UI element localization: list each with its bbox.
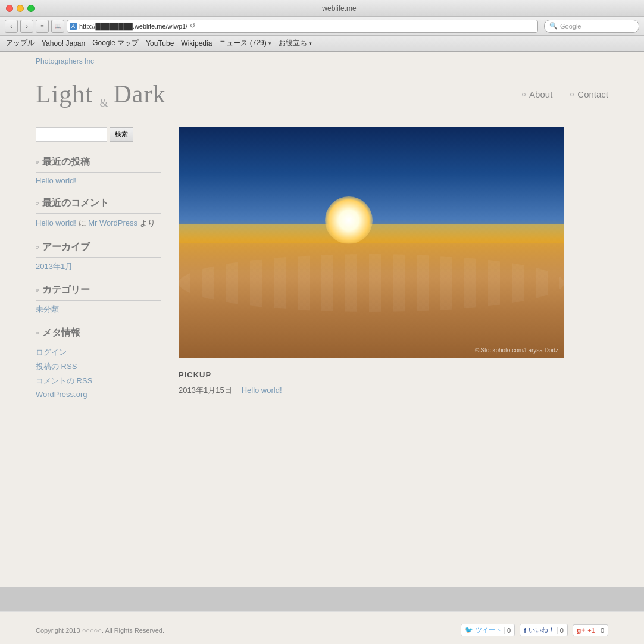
tweet-label: ツイート [476,626,502,634]
sidebar-archives: アーカイブ 2013年1月 [36,241,161,272]
refresh-button[interactable]: ↺ [190,22,195,30]
search-submit-button[interactable]: 検索 [110,127,133,142]
search-icon: 🔍 [549,22,558,30]
favicon: A [70,23,77,30]
footer-social: 🐦 ツイート 0 f いいね！ 0 g+ +1 0 [461,624,608,636]
bookmark-wikipedia[interactable]: Wikipedia [181,39,212,48]
chevron-down-icon: ▾ [268,40,271,46]
nav-dot-contact [570,93,574,96]
reader-button[interactable]: ≡ [36,20,49,33]
facebook-icon: f [524,627,526,634]
browser-chrome: weblife.me ‹ › ≡ 📖 A http://████████.web… [0,0,644,52]
title-bar: weblife.me [0,0,644,17]
bookmark-youtube[interactable]: YouTube [146,39,174,48]
like-button[interactable]: f いいね！ 0 [520,624,568,636]
site-header: Light & Dark About Contact [0,68,644,127]
meta-title: メタ情報 [36,327,161,343]
plus-count: 0 [598,627,604,634]
recent-posts-title: 最近の投稿 [36,156,161,173]
archives-title: アーカイブ [36,241,161,258]
nav-dot-about [522,93,526,96]
meta-link-rss-posts[interactable]: 投稿の RSS [36,361,161,372]
sidebar-categories: カテゴリー 未分類 [36,284,161,315]
bookmark-apple[interactable]: アップル [6,38,35,48]
bookmark-yahoo[interactable]: Yahoo! Japan [42,39,85,48]
page-wrapper: Photographers Inc Light & Dark About Con… [0,52,644,587]
meta-link-rss-comments[interactable]: コメントの RSS [36,376,161,386]
forward-button[interactable]: › [20,20,33,33]
window-title: weblife.me [40,4,638,12]
close-button[interactable] [6,5,13,12]
search-widget: 検索 [36,127,161,142]
image-credit: ©iStockphoto.com/Larysa Dodz [475,347,558,354]
maximize-button[interactable] [27,5,35,12]
tweet-count: 0 [504,627,511,634]
section-dot [36,246,39,249]
plus-button[interactable]: g+ +1 0 [573,624,608,636]
section-dot [36,161,39,164]
back-button[interactable]: ‹ [5,20,18,33]
sidebar-recent-comments: 最近のコメント Hello world! に Mr WordPress より [36,197,161,230]
traffic-lights [6,5,35,12]
footer-copyright: Copyright 2013 ○○○○○. All Rights Reserve… [36,627,164,634]
site-title: Light & Dark [36,80,165,110]
comment-text: Hello world! に Mr WordPress より [36,217,161,230]
plus-label: +1 [587,627,595,634]
post-row: 2013年1月15日 Hello world! [179,385,608,396]
section-dot [36,332,39,334]
footer: Copyright 2013 ○○○○○. All Rights Reserve… [0,611,644,644]
bookmark-useful[interactable]: お役立ち ▾ [279,38,312,48]
nav-about[interactable]: About [522,89,552,99]
archive-link-1[interactable]: 2013年1月 [36,261,161,272]
address-text: http://████████.weblife.me/wlwp1/ [79,23,187,30]
address-bar[interactable]: A http://████████.weblife.me/wlwp1/ ↺ [67,20,538,33]
pickup-label: PICKUP [179,370,608,379]
search-placeholder: Google [560,23,581,30]
bookmark-news[interactable]: ニュース (729) ▾ [219,38,271,48]
chevron-down-icon: ▾ [309,40,312,46]
photographers-inc-link[interactable]: Photographers Inc [36,57,94,65]
sidebar: 検索 最近の投稿 Hello world! 最近のコメント Hello worl… [36,127,161,411]
nav-bar: ‹ › ≡ 📖 A http://████████.weblife.me/wlw… [0,17,644,36]
recent-comments-title: 最近のコメント [36,197,161,214]
bookmarks-bar: アップル Yahoo! Japan Google マップ YouTube Wik… [0,36,644,51]
search-input[interactable] [36,127,107,142]
meta-link-wordpress[interactable]: WordPress.org [36,390,161,399]
minimize-button[interactable] [17,5,24,12]
meta-link-login[interactable]: ログイン [36,347,161,358]
title-part1: Light [36,80,93,108]
comment-post-link[interactable]: Hello world! [36,218,76,227]
comment-author-link[interactable]: Mr WordPress [88,218,137,227]
section-dot [36,202,39,205]
post-date: 2013年1月15日 [179,385,232,396]
like-label: いいね！ [529,626,555,634]
sidebar-meta: メタ情報 ログイン 投稿の RSS コメントの RSS WordPress.or… [36,327,161,399]
featured-image-wrapper: ©iStockphoto.com/Larysa Dodz [179,127,608,358]
title-part2: Dark [114,80,166,108]
content-area: 検索 最近の投稿 Hello world! 最近のコメント Hello worl… [0,127,644,435]
site-nav: About Contact [522,89,608,99]
main-content: ©iStockphoto.com/Larysa Dodz PICKUP 2013… [179,127,608,411]
recent-post-link-1[interactable]: Hello world! [36,176,161,185]
title-amp: & [100,87,114,106]
section-dot [36,289,39,292]
category-link-1[interactable]: 未分類 [36,304,161,315]
featured-image: ©iStockphoto.com/Larysa Dodz [179,127,564,358]
search-bar[interactable]: 🔍 Google [544,20,639,33]
twitter-icon: 🐦 [465,626,473,634]
sidebar-recent-posts: 最近の投稿 Hello world! [36,156,161,185]
categories-title: カテゴリー [36,284,161,301]
site-header-bar: Photographers Inc [0,52,644,68]
bookmark-google-maps[interactable]: Google マップ [92,38,139,48]
nav-contact[interactable]: Contact [570,89,608,99]
post-title-link[interactable]: Hello world! [242,386,282,395]
gplus-icon: g+ [577,626,585,634]
sun [325,196,373,244]
bookmarks-button[interactable]: 📖 [51,20,64,33]
like-count: 0 [557,627,564,634]
tweet-button[interactable]: 🐦 ツイート 0 [461,624,515,636]
